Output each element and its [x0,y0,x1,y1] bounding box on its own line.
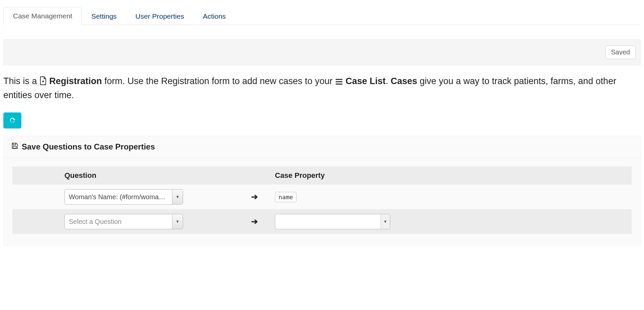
desc-text-3: . [385,76,390,86]
desc-bold-cases: Cases [391,76,418,86]
floppy-save-icon [11,142,18,151]
tab-row: Case Management Settings User Properties… [3,7,641,25]
desc-text-1: This is a [3,76,39,86]
saved-button[interactable]: Saved [605,45,636,59]
panel-title: Save Questions to Case Properties [22,142,155,151]
refresh-icon [9,116,16,125]
desc-bold-case-list: Case List [345,76,385,86]
chevron-down-icon: ▼ [380,214,390,229]
case-property-tag[interactable]: name [275,192,297,202]
arrow-right-icon: ➔ [251,217,258,226]
question-select-value: Woman's Name: (#form/woma… [65,190,172,204]
th-case-property: Case Property [270,167,565,185]
tab-user-properties[interactable]: User Properties [126,8,193,25]
chevron-down-icon: ▼ [172,214,183,229]
table-row: Woman's Name: (#form/woma… ▼ ➔ name [12,185,632,209]
panel-body: Question Case Property Woman's Name: (#f… [4,158,640,245]
tab-settings[interactable]: Settings [82,8,126,25]
th-lead [12,167,59,185]
chevron-down-icon: ▼ [172,190,183,204]
file-plus-icon [39,76,47,89]
desc-bold-registration: Registration [49,76,102,86]
table-row: Select a Question ▼ ➔ ▼ [12,209,632,234]
save-questions-panel: Save Questions to Case Properties Questi… [3,136,641,246]
th-question: Question [59,167,239,185]
question-select-placeholder: Select a Question [65,214,172,229]
question-select[interactable]: Select a Question ▼ [64,214,183,229]
th-arrow [239,167,270,185]
refresh-button[interactable] [3,112,21,128]
panel-header: Save Questions to Case Properties [4,136,640,158]
menu-icon [335,76,343,89]
svg-rect-3 [13,143,15,145]
tab-actions[interactable]: Actions [193,8,235,25]
case-property-select-value [275,214,380,229]
desc-text-2: form. Use the Registration form to add n… [105,76,335,86]
arrow-right-icon: ➔ [251,192,258,201]
case-property-select[interactable]: ▼ [275,214,390,229]
svg-rect-4 [13,146,16,148]
question-select[interactable]: Woman's Name: (#form/woma… ▼ [64,189,183,205]
save-state-bar: Saved [3,39,641,65]
tab-case-management[interactable]: Case Management [3,7,82,25]
form-description: This is a Registration form. Use the Reg… [3,75,641,102]
th-tail [565,167,632,185]
question-property-table: Question Case Property Woman's Name: (#f… [12,167,632,234]
